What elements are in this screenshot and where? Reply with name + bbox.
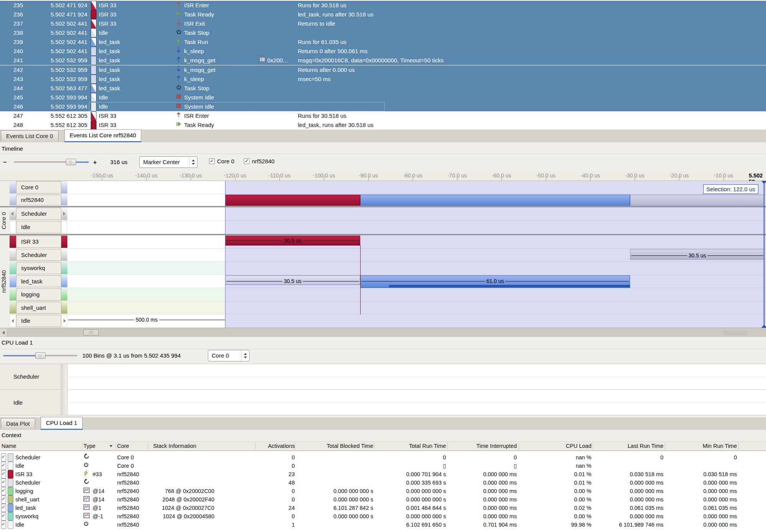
visibility-checkbox[interactable]	[1, 512, 6, 521]
header-total-blocked-time[interactable]: Total Blocked Time	[302, 441, 373, 451]
event-row[interactable]: 2445.502 563 477led_taskTask Stop	[0, 84, 766, 93]
event-row[interactable]: 2435.502 532 959led_taskk_sleepmsec=50 m…	[0, 75, 766, 84]
tab-events-list-core0[interactable]: Events List Core 0	[1, 130, 59, 141]
scheduler-bar[interactable]: 30.5 us	[630, 249, 764, 260]
context-row[interactable]: led_task@1nrf528401024 @ 0x200027C0246.1…	[0, 504, 766, 512]
event-row[interactable]: 2405.502 502 441led_taskk_sleepReturns 0…	[0, 47, 766, 56]
track-label-led-task[interactable]: led_task	[16, 275, 61, 287]
context-run: 0.000 701 904 s	[377, 470, 446, 478]
context-row[interactable]: sysworkq@-1nrf528401024 @ 0x2000458000.0…	[0, 512, 766, 521]
track-label-idle[interactable]: Idle	[16, 315, 61, 327]
zoom-in-button[interactable]: +	[93, 159, 97, 166]
track-label-sysworkq[interactable]: sysworkq	[16, 262, 61, 274]
event-row[interactable]: 2475.552 612 305ISR 33ISR EnterRuns for …	[0, 111, 766, 120]
context-row[interactable]: ISR 33#33nrf52840230.000 701 904 s0.000 …	[0, 470, 766, 478]
track-label-isr-33[interactable]: ISR 33	[16, 236, 61, 248]
timeline-zoom-slider-thumb[interactable]	[66, 159, 76, 165]
track-label-scheduler[interactable]: Scheduler	[16, 208, 61, 220]
visibility-checkbox[interactable]	[1, 521, 6, 529]
header-stack-information[interactable]: Stack Information	[153, 441, 196, 451]
scrollbar-left-button[interactable]	[0, 329, 7, 337]
track-label-scheduler[interactable]: Scheduler	[16, 249, 61, 261]
event-row[interactable]: 2395.502 502 441led_taskTask RunRuns for…	[0, 37, 766, 47]
context-row[interactable]: Schedulernrf52840480.000 335 693 s0.000 …	[0, 478, 766, 487]
tab-data-plot[interactable]: Data Plot	[1, 418, 35, 429]
spinner-icon[interactable]	[189, 157, 197, 168]
overview-scheduler-segment[interactable]	[630, 195, 764, 206]
context-row[interactable]: IdleCore 00▯▯nan %	[0, 462, 766, 470]
expand-right-icon[interactable]	[64, 319, 66, 323]
header-name[interactable]: Name	[2, 441, 16, 451]
cpu-core-select[interactable]: Core 0	[208, 350, 250, 361]
context-row[interactable]: logging@14nrf52840768 @ 0x20002C0000.000…	[0, 487, 766, 495]
expand-right-icon[interactable]	[63, 212, 65, 216]
visibility-checkbox[interactable]	[1, 478, 6, 487]
context-stack-info: 1024 @ 0x200027C0	[149, 504, 214, 512]
visibility-checkbox[interactable]	[1, 487, 6, 495]
timeline-scrollbar[interactable]	[0, 328, 766, 337]
track-label-nrf52840[interactable]: nrf52840	[16, 195, 61, 205]
scrollbar-thumb[interactable]	[83, 329, 99, 335]
event-row[interactable]: 2415.502 532 959led_taskk_msgq_get0x200……	[0, 56, 766, 65]
visibility-checkbox[interactable]	[1, 453, 6, 462]
event-row[interactable]: 2385.502 502 441IdleTask Stop	[0, 28, 766, 37]
visibility-checkbox[interactable]	[1, 495, 6, 504]
nrf52840-checkbox[interactable]	[244, 158, 250, 164]
ledtask-run-bar[interactable]: 61.0 us	[360, 275, 630, 288]
task-ready-icon	[176, 10, 182, 19]
cpu-gridline	[67, 402, 766, 403]
visibility-checkbox[interactable]	[1, 462, 6, 470]
spinner-icon[interactable]	[241, 350, 249, 361]
event-row[interactable]: 2375.502 502 441ISR 33ISR ExitReturns to…	[0, 19, 766, 28]
events-list-table[interactable]: 2355.502 471 924ISR 33ISR EnterRuns for …	[0, 0, 766, 129]
collapse-left-icon[interactable]	[11, 212, 13, 216]
event-data-ref[interactable]: 0x200…	[267, 56, 289, 65]
cpu-slider-thumb[interactable]	[35, 352, 46, 359]
core0-checkbox[interactable]	[209, 158, 215, 164]
overview-isr-segment[interactable]	[225, 195, 360, 206]
group-label-core0: Core 0	[0, 194, 8, 247]
isr33-bar[interactable]: 30.5 us	[225, 236, 360, 246]
event-row[interactable]: 2355.502 471 924ISR 33ISR EnterRuns for …	[0, 1, 766, 10]
track-label-logging[interactable]: logging	[16, 288, 61, 301]
context-type-value: #33	[93, 470, 102, 478]
context-table-header[interactable]: NameTypeCoreStack InformationActivations…	[0, 441, 766, 451]
header-core[interactable]: Core	[117, 441, 129, 451]
collapse-left-icon[interactable]	[11, 319, 14, 323]
context-row[interactable]: SchedulerCore 0000nan %00	[0, 453, 766, 462]
header-time-interrupted[interactable]: Time Interrupted	[450, 441, 517, 451]
visibility-checkbox[interactable]	[1, 470, 6, 478]
event-row[interactable]: 2425.502 532 959led_taskk_msgq_getReturn…	[0, 65, 766, 75]
track-label-shell-uart[interactable]: shell_uart	[16, 302, 61, 314]
header-cpu-load[interactable]: CPU Load	[523, 441, 591, 451]
cpu-load-plot[interactable]: Scheduler Idle	[0, 364, 766, 415]
cursor-marker-line[interactable]	[764, 181, 764, 328]
context-intr: 0.000 000 ms	[450, 478, 517, 487]
header-type[interactable]: Type	[83, 441, 95, 451]
sort-arrow-icon[interactable]	[109, 445, 113, 447]
tab-cpu-load-1[interactable]: CPU Load 1	[41, 417, 83, 429]
event-row[interactable]: 2485.552 612 305ISR 33Task Readyled_task…	[0, 120, 766, 129]
timeline-ruler[interactable]: 5.502 59 -150.0 us-140.0 us-130.0 us-120…	[0, 171, 766, 181]
context-row[interactable]: shell_uart@14nrf528402048 @ 0x20002F4000…	[0, 495, 766, 504]
zoom-out-button[interactable]: −	[3, 159, 7, 166]
visibility-checkbox[interactable]	[1, 504, 6, 512]
tab-events-list-core-nrf52840[interactable]: Events List Core nrf52840	[64, 129, 141, 141]
timeline-plot[interactable]: Core 0nrf52840SchedulerIdleISR 33Schedul…	[0, 181, 766, 328]
scrollbar-resize-grip[interactable]	[725, 330, 747, 335]
track-label-core-0[interactable]: Core 0	[16, 181, 61, 194]
track-label-idle[interactable]: Idle	[16, 221, 61, 233]
ledtask-ready-bar[interactable]: 30.5 us	[225, 275, 360, 285]
overview-ledtask-segment[interactable]	[360, 195, 630, 206]
event-row[interactable]: 2365.502 471 924ISR 33Task Readyled_task…	[0, 10, 766, 19]
marker-mode-select[interactable]: Marker Center	[139, 156, 198, 168]
event-row[interactable]: 2455.502 593 994IdleSystem Idle	[0, 93, 766, 102]
header-total-run-time[interactable]: Total Run Time	[377, 441, 446, 451]
context-row[interactable]: Idlenrf5284016.102 691 650 s0.701 904 ms…	[0, 521, 766, 529]
track-color-strip	[10, 181, 16, 194]
header-last-run-time[interactable]: Last Run Time	[595, 441, 663, 451]
context-type-value: @14	[93, 487, 105, 495]
header-activations[interactable]: Activations	[237, 441, 295, 451]
header-min-run-time[interactable]: Min Run Time	[668, 441, 737, 451]
event-row[interactable]: 2465.502 593 994IdleSystem Idle	[0, 102, 766, 111]
